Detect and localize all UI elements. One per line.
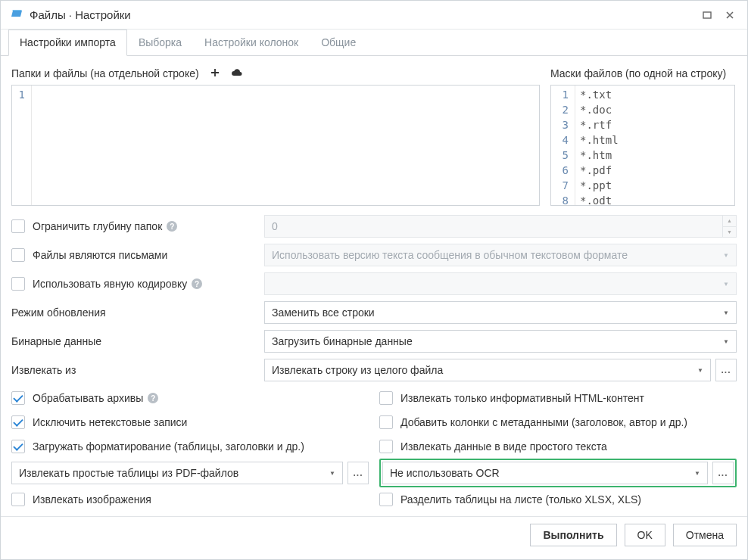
- add-meta-cols-label: Добавить колонки с метаданными (заголово…: [400, 416, 687, 428]
- pdf-tables-more-button[interactable]: ...: [348, 462, 369, 484]
- update-mode-select[interactable]: Заменить все строки ▼: [264, 301, 737, 324]
- encoding-select: ▼: [264, 272, 737, 295]
- limit-depth-checkbox[interactable]: [11, 219, 25, 233]
- chevron-down-icon: ▼: [694, 470, 700, 477]
- spinner-down[interactable]: ▼: [723, 227, 736, 238]
- pdf-tables-select[interactable]: Извлекать простые таблицы из PDF-файлов …: [11, 462, 343, 484]
- masks-label: Маски файлов (по одной на строку): [550, 67, 726, 79]
- extract-plain-checkbox[interactable]: [379, 440, 393, 453]
- ocr-select[interactable]: Не использовать OCR ▼: [382, 462, 708, 484]
- extract-images-checkbox[interactable]: [11, 493, 25, 506]
- close-button[interactable]: [723, 8, 737, 22]
- titlebar: Файлы · Настройки: [1, 1, 747, 30]
- extract-from-select[interactable]: Извлекать строку из целого файла ▼: [264, 359, 711, 381]
- extract-from-more-button[interactable]: ...: [715, 359, 737, 381]
- extract-plain-label: Извлекать данные в виде простого текста: [400, 440, 607, 453]
- ocr-more-button[interactable]: ...: [712, 462, 734, 484]
- files-are-emails-checkbox[interactable]: [11, 248, 25, 262]
- process-archives-checkbox[interactable]: [11, 391, 25, 405]
- tab-general[interactable]: Общие: [310, 30, 367, 56]
- footer: Выполнить OK Отмена: [1, 516, 747, 552]
- maximize-button[interactable]: [700, 8, 714, 22]
- binary-data-select[interactable]: Загрузить бинарные данные ▼: [264, 330, 737, 353]
- add-meta-cols-checkbox[interactable]: [379, 415, 393, 429]
- chevron-down-icon: ▼: [723, 338, 729, 345]
- help-icon[interactable]: ?: [167, 221, 177, 232]
- masks-gutter: 12345678: [551, 86, 575, 205]
- chevron-down-icon: ▼: [329, 470, 335, 477]
- run-button[interactable]: Выполнить: [530, 524, 616, 546]
- extract-from-label: Извлекать из: [11, 364, 76, 376]
- window-title: Файлы · Настройки: [30, 8, 691, 21]
- file-icon: [11, 8, 23, 22]
- split-tables-label: Разделить таблицы на листе (только XLSX,…: [400, 493, 641, 506]
- cancel-button[interactable]: Отмена: [673, 524, 737, 546]
- files-are-emails-label: Файлы являются письмами: [33, 249, 167, 261]
- files-gutter: 1: [12, 86, 32, 205]
- exclude-nontext-label: Исключить нетекстовые записи: [33, 416, 187, 428]
- emails-format-select: Использовать версию текста сообщения в о…: [264, 244, 737, 266]
- extract-html-checkbox[interactable]: [379, 391, 393, 405]
- exclude-nontext-checkbox[interactable]: [11, 415, 25, 429]
- masks-textarea[interactable]: *.txt*.doc*.rtf*.html*.htm*.pdf*.ppt*.od…: [575, 86, 734, 205]
- chevron-down-icon: ▼: [723, 310, 729, 316]
- split-tables-checkbox[interactable]: [379, 493, 393, 506]
- tab-import-settings[interactable]: Настройки импорта: [8, 30, 127, 56]
- load-formatting-checkbox[interactable]: [11, 440, 25, 453]
- use-encoding-checkbox[interactable]: [11, 277, 25, 291]
- extract-html-label: Извлекать только информативный HTML-конт…: [400, 392, 644, 404]
- load-formatting-label: Загружать форматирование (таблицы, загол…: [33, 440, 304, 453]
- files-label: Папки и файлы (на отдельной строке): [11, 67, 199, 79]
- files-editor[interactable]: 1: [11, 85, 540, 206]
- ok-button[interactable]: OK: [625, 524, 665, 546]
- depth-spinner[interactable]: 0 ▲ ▼: [264, 215, 737, 238]
- tabs: Настройки импорта Выборка Настройки коло…: [1, 30, 747, 56]
- limit-depth-label: Ограничить глубину папок: [33, 220, 162, 232]
- help-icon[interactable]: ?: [192, 278, 202, 289]
- help-icon[interactable]: ?: [148, 393, 158, 403]
- ocr-highlight: Не использовать OCR ▼ ...: [379, 459, 737, 487]
- masks-editor[interactable]: 12345678 *.txt*.doc*.rtf*.html*.htm*.pdf…: [550, 85, 735, 206]
- chevron-down-icon: ▼: [723, 281, 729, 288]
- add-icon[interactable]: [210, 67, 220, 80]
- spinner-up[interactable]: ▲: [723, 216, 736, 227]
- content-area: Папки и файлы (на отдельной строке) 1 Ма…: [1, 56, 747, 516]
- chevron-down-icon: ▼: [697, 367, 703, 374]
- tab-selection[interactable]: Выборка: [127, 30, 193, 56]
- binary-data-label: Бинарные данные: [11, 335, 101, 347]
- use-encoding-label: Использовать явную кодировку: [33, 278, 187, 290]
- svg-rect-0: [703, 12, 711, 18]
- cloud-icon[interactable]: [231, 67, 243, 79]
- update-mode-label: Режим обновления: [11, 306, 106, 319]
- chevron-down-icon: ▼: [723, 252, 729, 259]
- tab-column-settings[interactable]: Настройки колонок: [193, 30, 310, 56]
- process-archives-label: Обрабатывать архивы: [33, 392, 143, 404]
- extract-images-label: Извлекать изображения: [33, 493, 151, 506]
- files-textarea[interactable]: [32, 86, 539, 205]
